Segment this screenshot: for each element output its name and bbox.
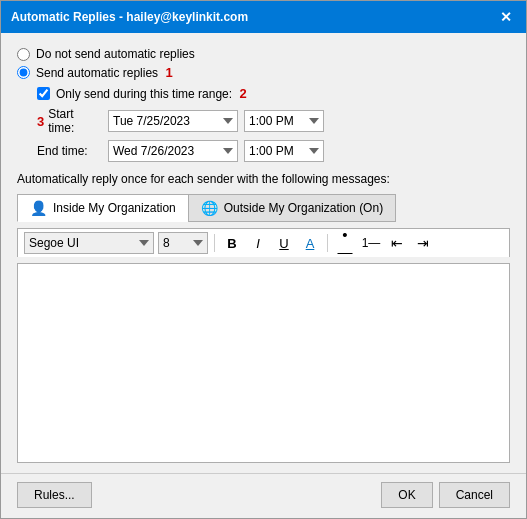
italic-button[interactable]: I xyxy=(247,232,269,254)
tabs-row: 👤 Inside My Organization 🌐 Outside My Or… xyxy=(17,194,510,222)
font-color-button[interactable]: A xyxy=(299,232,321,254)
cancel-button[interactable]: Cancel xyxy=(439,482,510,508)
time-range-label: Only send during this time range: 2 xyxy=(56,86,247,101)
step2-indicator: 2 xyxy=(239,86,246,101)
dialog-footer: Rules... OK Cancel xyxy=(1,473,526,518)
time-range-checkbox[interactable] xyxy=(37,87,50,100)
indent-decrease-button[interactable]: ⇤ xyxy=(386,232,408,254)
outside-org-label: Outside My Organization (On) xyxy=(224,201,383,215)
inside-org-label: Inside My Organization xyxy=(53,201,176,215)
start-time-row: 3 Start time: Tue 7/25/2023 1:00 PM xyxy=(37,107,510,135)
tab-outside[interactable]: 🌐 Outside My Organization (On) xyxy=(188,194,396,222)
size-select[interactable]: 8 xyxy=(158,232,208,254)
footer-right: OK Cancel xyxy=(381,482,510,508)
reply-mode-group: Do not send automatic replies Send autom… xyxy=(17,47,510,80)
start-date-select[interactable]: Tue 7/25/2023 xyxy=(108,110,238,132)
start-time-select[interactable]: 1:00 PM xyxy=(244,110,324,132)
start-time-label: 3 Start time: xyxy=(37,107,102,135)
step3-indicator: 3 xyxy=(37,114,44,129)
rules-button[interactable]: Rules... xyxy=(17,482,92,508)
close-button[interactable]: ✕ xyxy=(496,7,516,27)
end-time-select[interactable]: 1:00 PM xyxy=(244,140,324,162)
outside-org-icon: 🌐 xyxy=(201,200,218,216)
reply-section-label: Automatically reply once for each sender… xyxy=(17,172,510,186)
bold-button[interactable]: B xyxy=(221,232,243,254)
inside-org-icon: 👤 xyxy=(30,200,47,216)
time-range-row: Only send during this time range: 2 xyxy=(37,86,510,101)
footer-left: Rules... xyxy=(17,482,92,508)
message-textarea[interactable] xyxy=(17,263,510,463)
send-reply-row: Send automatic replies 1 xyxy=(17,65,510,80)
send-reply-radio[interactable] xyxy=(17,66,30,79)
end-time-row: End time: Wed 7/26/2023 1:00 PM xyxy=(37,140,510,162)
step1-indicator: 1 xyxy=(165,65,172,80)
no-reply-label[interactable]: Do not send automatic replies xyxy=(36,47,195,61)
tab-inside[interactable]: 👤 Inside My Organization xyxy=(17,194,188,222)
no-reply-row: Do not send automatic replies xyxy=(17,47,510,61)
no-reply-radio[interactable] xyxy=(17,48,30,61)
underline-button[interactable]: U xyxy=(273,232,295,254)
time-section: 3 Start time: Tue 7/25/2023 1:00 PM End … xyxy=(37,107,510,162)
font-select[interactable]: Segoe UI xyxy=(24,232,154,254)
send-reply-label: Send automatic replies 1 xyxy=(36,65,173,80)
end-date-select[interactable]: Wed 7/26/2023 xyxy=(108,140,238,162)
indent-increase-button[interactable]: ⇥ xyxy=(412,232,434,254)
toolbar-sep-1 xyxy=(214,234,215,252)
end-time-label: End time: xyxy=(37,144,102,158)
ok-button[interactable]: OK xyxy=(381,482,432,508)
title-bar: Automatic Replies - hailey@keylinkit.com… xyxy=(1,1,526,33)
toolbar-sep-2 xyxy=(327,234,328,252)
editor-toolbar: Segoe UI 8 B I U A •— 1— ⇤ ⇥ xyxy=(17,228,510,257)
bullet-list-button[interactable]: •— xyxy=(334,232,356,254)
window-title: Automatic Replies - hailey@keylinkit.com xyxy=(11,10,248,24)
dialog-window: Automatic Replies - hailey@keylinkit.com… xyxy=(0,0,527,519)
content-area: Do not send automatic replies Send autom… xyxy=(1,33,526,473)
numbered-list-button[interactable]: 1— xyxy=(360,232,382,254)
